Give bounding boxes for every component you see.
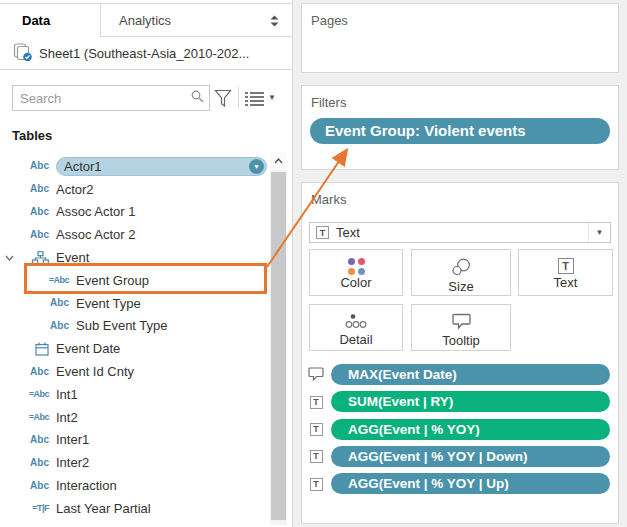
- field-label: Actor1: [64, 159, 102, 174]
- abc-icon: Abc: [18, 207, 49, 217]
- field-label: Event: [56, 250, 89, 265]
- marks-pill-sum-event-ry[interactable]: SUM(Event | RY): [331, 391, 610, 412]
- calculated-abc-icon: =Abc: [38, 276, 69, 285]
- field-row-inter1[interactable]: Abc Inter1: [0, 429, 269, 452]
- size-icon: [451, 258, 471, 279]
- abc-icon: Abc: [18, 230, 49, 240]
- field-label: Event Group: [76, 273, 149, 288]
- mark-type-label: Text: [336, 225, 588, 240]
- calendar-icon: [18, 342, 49, 356]
- field-label: Event Date: [56, 341, 120, 356]
- color-icon: [348, 258, 365, 275]
- field-row-inter2[interactable]: Abc Inter2: [0, 451, 269, 474]
- hierarchy-icon: [18, 251, 49, 265]
- pages-shelf[interactable]: Pages: [301, 3, 619, 73]
- chevron-down-icon[interactable]: [5, 250, 14, 265]
- datasource-row[interactable]: Sheet1 (Southeast-Asia_2010-202...: [0, 38, 293, 70]
- abc-icon: Abc: [38, 321, 69, 331]
- field-label: Inter1: [56, 432, 89, 447]
- field-row-assoc-actor-2[interactable]: Abc Assoc Actor 2: [0, 223, 269, 246]
- field-row-event-group[interactable]: =Abc Event Group: [0, 269, 269, 292]
- tooltip-icon: [308, 366, 324, 382]
- tooltip-icon: [452, 313, 471, 333]
- field-label: Last Year Partial: [56, 501, 151, 516]
- field-row-actor1[interactable]: Abc Actor1 ▼: [0, 155, 269, 178]
- calculated-abc-icon: =Abc: [18, 413, 49, 422]
- field-row-actor2[interactable]: Abc Actor2: [0, 178, 269, 201]
- marks-title: Marks: [311, 192, 346, 207]
- search-input[interactable]: [13, 91, 191, 106]
- boolean-calc-icon: =T|F: [18, 504, 49, 513]
- field-label: Event Id Cnty: [56, 364, 134, 379]
- text-mark-icon: T: [310, 396, 323, 409]
- scrollbar-thumb[interactable]: [271, 172, 286, 520]
- mark-type-dropdown[interactable]: T Text ▼: [309, 222, 611, 243]
- search-icon: [191, 90, 204, 106]
- color-button[interactable]: Color: [309, 249, 403, 296]
- text-mark-icon: T: [310, 450, 323, 463]
- field-row-sub-event-type[interactable]: Abc Sub Event Type: [0, 315, 269, 338]
- field-label: Actor2: [56, 182, 94, 197]
- field-label: Int2: [56, 410, 78, 425]
- view-options-caret-icon[interactable]: ▼: [268, 93, 276, 102]
- size-button-label: Size: [448, 279, 473, 294]
- filters-shelf[interactable]: Filters Event Group: Violent events: [301, 85, 619, 170]
- abc-icon: Abc: [18, 161, 49, 171]
- pages-title: Pages: [311, 13, 348, 28]
- tab-data[interactable]: Data: [0, 4, 100, 37]
- field-row-int1[interactable]: =Abc Int1: [0, 383, 269, 406]
- text-mark-icon: T: [310, 423, 323, 436]
- field-label: Event Type: [76, 296, 141, 311]
- marks-pill-agg-event-yoy[interactable]: AGG(Event | % YOY): [331, 419, 610, 440]
- text-mark-icon: T: [316, 226, 329, 239]
- field-row-interaction[interactable]: Abc Interaction: [0, 474, 269, 497]
- datasource-icon: [13, 43, 33, 65]
- field-row-event-date[interactable]: Event Date: [0, 337, 269, 360]
- abc-icon: Abc: [18, 481, 49, 491]
- marks-pill-max-event-date[interactable]: MAX(Event Date): [331, 364, 610, 385]
- marks-card: Marks T Text ▼ Color Size T Text: [301, 182, 619, 524]
- view-options-icon[interactable]: [245, 92, 264, 109]
- tab-analytics-label: Analytics: [119, 13, 171, 28]
- field-row-last-year-partial[interactable]: =T|F Last Year Partial: [0, 497, 269, 520]
- abc-icon: Abc: [18, 367, 49, 377]
- calculated-abc-icon: =Abc: [18, 390, 49, 399]
- detail-icon: [345, 313, 367, 332]
- data-pane: Data Analytics Sheet1 (Southeast-Asia_20…: [0, 0, 293, 527]
- field-menu-caret-icon[interactable]: ▼: [249, 159, 264, 174]
- detail-button[interactable]: Detail: [309, 304, 403, 351]
- field-row-event[interactable]: Event: [0, 246, 269, 269]
- marks-pill-agg-event-yoy-down[interactable]: AGG(Event | % YOY | Down): [331, 446, 610, 467]
- text-button[interactable]: T Text: [518, 249, 613, 296]
- field-label: Sub Event Type: [76, 318, 168, 333]
- field-list: Abc Actor1 ▼ Abc Actor2 Abc Assoc Actor …: [0, 155, 269, 520]
- field-row-event-id-cnty[interactable]: Abc Event Id Cnty: [0, 360, 269, 383]
- field-label: Interaction: [56, 478, 117, 493]
- abc-icon: Abc: [38, 298, 69, 308]
- pane-collapse-icon[interactable]: [270, 15, 279, 30]
- text-mark-icon: T: [310, 478, 323, 491]
- tooltip-button-label: Tooltip: [442, 333, 480, 348]
- pane-tabbar: Data Analytics: [0, 3, 293, 37]
- abc-icon: Abc: [18, 435, 49, 445]
- field-row-assoc-actor-1[interactable]: Abc Assoc Actor 1: [0, 201, 269, 224]
- tab-data-label: Data: [22, 13, 50, 28]
- tables-heading: Tables: [12, 128, 52, 143]
- marks-pill-agg-event-yoy-up[interactable]: AGG(Event | % YOY | Up): [331, 473, 610, 494]
- field-label: Inter2: [56, 455, 89, 470]
- color-button-label: Color: [340, 275, 371, 290]
- filters-title: Filters: [311, 95, 346, 110]
- selected-field-pill[interactable]: Actor1 ▼: [56, 157, 267, 176]
- field-row-int2[interactable]: =Abc Int2: [0, 406, 269, 429]
- filter-fields-icon[interactable]: [214, 89, 232, 111]
- toolbar-separator: [238, 87, 239, 109]
- field-row-event-type[interactable]: Abc Event Type: [0, 292, 269, 315]
- abc-icon: Abc: [18, 184, 49, 194]
- tooltip-button[interactable]: Tooltip: [411, 304, 511, 351]
- scrollbar-up-icon[interactable]: [270, 152, 287, 170]
- dropdown-caret-icon[interactable]: ▼: [588, 223, 610, 242]
- tab-analytics[interactable]: Analytics: [100, 4, 293, 37]
- text-button-label: Text: [554, 275, 578, 290]
- filter-pill-event-group[interactable]: Event Group: Violent events: [310, 118, 610, 144]
- size-button[interactable]: Size: [411, 249, 511, 296]
